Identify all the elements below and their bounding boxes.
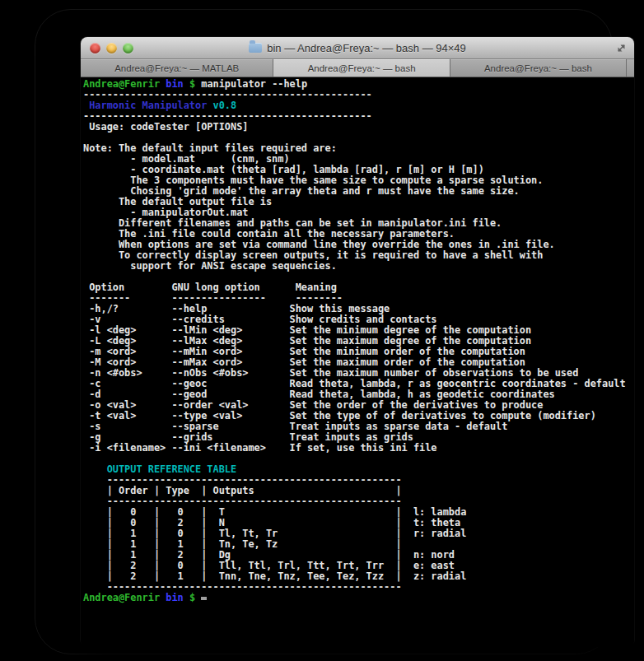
screenshot-frame: bin — Andrea@Freya:~ — bash — 94×49 Andr… xyxy=(35,9,613,654)
terminal-line: Usage: codeTester [OPTIONS] xyxy=(83,122,634,133)
fullscreen-arrow-icon xyxy=(616,43,627,54)
terminal-line: Andrea@Fenrir bin $ xyxy=(83,593,634,603)
close-button[interactable] xyxy=(90,43,100,54)
terminal-line: -i <filename> --ini <filename> If set, u… xyxy=(83,443,634,454)
tab-bash-active[interactable]: Andrea@Freya:~ — bash xyxy=(273,59,450,77)
minimize-button[interactable] xyxy=(106,43,117,54)
page-background: { "window": { "title": "bin — Andrea@Fre… xyxy=(0,0,644,661)
tab-bar: Andrea@Freya:~ — MATLAB Andrea@Freya:~ —… xyxy=(81,59,634,77)
tab-label: Andrea@Freya:~ — bash xyxy=(308,63,416,73)
folder-icon xyxy=(249,43,262,53)
title-bar: bin — Andrea@Freya:~ — bash — 94×49 xyxy=(81,37,634,59)
fullscreen-button[interactable] xyxy=(614,41,628,54)
traffic-lights xyxy=(90,37,133,58)
terminal-body[interactable]: Andrea@Fenrir bin $ manipulator --help--… xyxy=(81,77,634,647)
terminal-cursor xyxy=(201,597,207,600)
zoom-button[interactable] xyxy=(123,43,133,54)
window-title: bin — Andrea@Freya:~ — bash — 94×49 xyxy=(267,42,466,54)
terminal-window: bin — Andrea@Freya:~ — bash — 94×49 Andr… xyxy=(81,37,634,645)
tab-matlab[interactable]: Andrea@Freya:~ — MATLAB xyxy=(81,59,273,77)
tab-label: Andrea@Freya:~ — MATLAB xyxy=(114,63,239,73)
tab-label: Andrea@Freya:~ — bash xyxy=(484,63,592,73)
tab-bar-filler xyxy=(627,59,634,77)
terminal-line: support for ANSI escape sequencies. xyxy=(83,261,634,272)
tab-bash-2[interactable]: Andrea@Freya:~ — bash xyxy=(450,59,627,77)
terminal-screen: Andrea@Fenrir bin $ manipulator --help--… xyxy=(83,79,634,603)
